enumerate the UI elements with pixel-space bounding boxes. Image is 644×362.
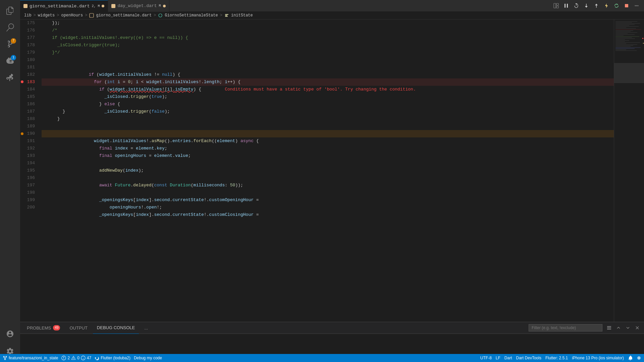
activity-bar-run-debug[interactable]: 1	[2, 53, 18, 69]
more-actions-icon[interactable]	[632, 2, 641, 10]
svg-rect-22	[607, 326, 611, 327]
code-line-189	[42, 123, 614, 130]
status-errors[interactable]: 2 0 i 47	[61, 356, 91, 360]
svg-rect-4	[556, 6, 558, 8]
breadcrumb-method[interactable]: initState	[231, 13, 253, 18]
activity-bar-explorer[interactable]	[2, 3, 18, 19]
status-settings-icon[interactable]	[637, 356, 641, 360]
line-191: 191	[20, 137, 38, 145]
line-179: 179	[20, 49, 38, 56]
code-line-175: });	[42, 19, 614, 27]
layout-icon[interactable]	[551, 2, 561, 10]
status-sync[interactable]: Flutter (toduba2)	[95, 356, 130, 360]
line-180: 180	[20, 56, 38, 64]
status-line-ending[interactable]: LF	[496, 356, 500, 360]
breadcrumb-lib[interactable]: lib	[24, 13, 32, 18]
panel-tab-problems-label: PROBLEMS	[27, 325, 51, 330]
status-debug-label[interactable]: Debug my code	[134, 356, 162, 360]
step-over-icon[interactable]	[572, 2, 581, 10]
code-line-181: if (widget.initialValues != null) {	[42, 64, 614, 71]
run-debug-badge: 1	[11, 55, 16, 60]
code-line-186: _isClosed.trigger(false);	[42, 101, 614, 108]
svg-point-16	[638, 5, 639, 6]
status-lang-label: Dart	[504, 356, 512, 360]
step-out-icon[interactable]	[592, 2, 601, 10]
line-193: 193	[20, 152, 38, 160]
pause-icon[interactable]	[561, 2, 571, 10]
svg-rect-3	[556, 3, 558, 5]
panel-more-button[interactable]: ...	[140, 322, 152, 334]
svg-point-15	[636, 5, 637, 6]
minimap[interactable]	[614, 19, 644, 322]
status-flutter-version[interactable]: Flutter: 2.5.1	[545, 356, 568, 360]
panel-tab-debug-console[interactable]: DEBUG CONSOLE	[93, 322, 139, 334]
tab-badge-2: M	[159, 4, 161, 8]
status-language[interactable]: Dart	[504, 356, 512, 360]
svg-rect-0	[23, 4, 28, 8]
line-196: 196	[20, 174, 38, 182]
panel-problems-badge: 49	[53, 325, 60, 330]
panel-close-icon[interactable]	[633, 324, 641, 332]
tab-bar: giorno_settimanale.dart 2, M day_widget.…	[20, 0, 644, 12]
panel-tab-problems[interactable]: PROBLEMS 49	[23, 322, 64, 334]
line-187: 187	[20, 108, 38, 115]
code-editor[interactable]: 175 176 177 178 179 180 181 182 183 184	[20, 19, 614, 322]
svg-rect-19	[225, 14, 228, 15]
status-dart-devtools[interactable]: Dart DevTools	[516, 356, 541, 360]
panel-tab-debug-label: DEBUG CONSOLE	[97, 325, 135, 330]
status-notifications-icon[interactable]	[628, 356, 633, 360]
line-189: 189	[20, 123, 38, 130]
panel-tabs: PROBLEMS 49 OUTPUT DEBUG CONSOLE ...	[20, 322, 644, 334]
breadcrumb-openHours[interactable]: openHours	[61, 13, 83, 18]
tab-giorno-settimanale[interactable]: giorno_settimanale.dart 2, M	[20, 0, 108, 12]
code-line-176: /*	[42, 27, 614, 34]
activity-bar-search[interactable]	[2, 19, 18, 36]
code-line-196: await Future.delayed(const Duration(mill…	[42, 174, 614, 182]
minimap-warning-marker	[643, 43, 644, 44]
panel-list-icon[interactable]	[605, 324, 613, 332]
line-192: 192	[20, 145, 38, 152]
restart-icon[interactable]	[612, 2, 621, 10]
svg-text:i: i	[83, 357, 84, 360]
line-186: 186	[20, 101, 38, 108]
line-182: 182	[20, 71, 38, 78]
breadcrumb-file[interactable]: giorno_settimanale.dart	[96, 13, 152, 18]
panel-filter-input[interactable]	[529, 324, 602, 331]
svg-rect-13	[625, 4, 628, 7]
panel-tab-output-label: OUTPUT	[69, 325, 87, 330]
code-lines[interactable]: }); /* if (widget.initialValues!.every((…	[40, 19, 614, 322]
svg-rect-1	[111, 4, 115, 8]
stop-square-icon[interactable]	[622, 2, 631, 10]
svg-rect-20	[225, 15, 227, 16]
line-177: 177	[20, 34, 38, 42]
line-199: 199	[20, 196, 38, 204]
line-197: 197	[20, 182, 38, 189]
code-line-178: _isClosed.trigger(true);	[42, 42, 614, 49]
main-container: giorno_settimanale.dart 2, M day_widget.…	[20, 0, 644, 362]
status-info-count: 47	[87, 356, 91, 360]
breadcrumb-class[interactable]: GiornoSettimanaleState	[165, 13, 218, 18]
activity-bar-source-control[interactable]: 7	[2, 36, 18, 52]
status-encoding[interactable]: UTF-8	[480, 356, 492, 360]
status-device-label: iPhone 13 Pro (ios simulator)	[572, 356, 624, 360]
lightning-icon[interactable]	[602, 2, 611, 10]
line-185: 185	[20, 93, 38, 101]
line-200: 200	[20, 204, 38, 211]
panel-tab-output[interactable]: OUTPUT	[65, 322, 91, 334]
panel-chevron-up-icon[interactable]	[614, 324, 623, 332]
tab-day-widget[interactable]: day_widget.dart M	[108, 0, 169, 12]
activity-bar-extensions[interactable]	[2, 70, 18, 86]
svg-point-14	[635, 5, 636, 6]
status-flutter-label: Flutter: 2.5.1	[545, 356, 568, 360]
line-175: 175	[20, 19, 38, 27]
line-190: 190	[20, 130, 38, 137]
line-181: 181	[20, 64, 38, 71]
breadcrumb-widgets[interactable]: widgets	[38, 13, 55, 18]
status-device[interactable]: iPhone 13 Pro (ios simulator)	[572, 356, 624, 360]
code-line-188: }	[42, 115, 614, 123]
step-into-icon[interactable]	[582, 2, 591, 10]
activity-bar-account[interactable]	[2, 326, 18, 342]
panel-chevron-down-icon[interactable]	[624, 324, 632, 332]
svg-marker-9	[585, 6, 588, 8]
status-branch[interactable]: feature/transazioni_in_state	[3, 356, 58, 360]
